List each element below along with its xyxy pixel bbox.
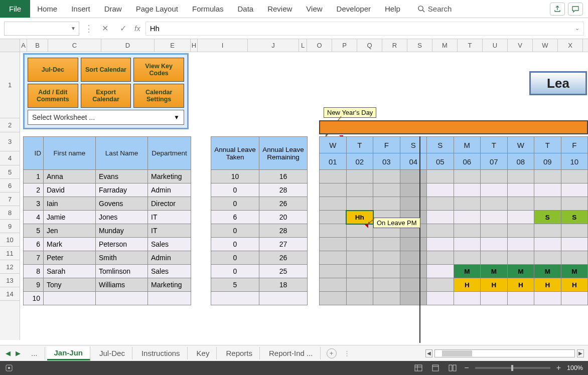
cal-cell[interactable]: M bbox=[561, 265, 588, 278]
table-row[interactable]: 028 bbox=[211, 183, 308, 197]
row-header-1[interactable]: 1 bbox=[0, 52, 20, 118]
table-row[interactable]: 6MarkPetersonSales bbox=[24, 238, 191, 251]
cal-cell[interactable] bbox=[320, 251, 347, 265]
cal-cell[interactable] bbox=[507, 197, 534, 211]
col-I[interactable]: I bbox=[198, 39, 248, 52]
cell[interactable]: Mark bbox=[44, 238, 96, 251]
th-id[interactable]: ID bbox=[24, 137, 44, 170]
table-row[interactable]: 8SarahTomlinsonSales bbox=[24, 265, 191, 278]
cal-date-header[interactable]: 10 bbox=[561, 153, 588, 170]
tab-jan-jun[interactable]: Jan-Jun bbox=[47, 346, 91, 360]
view-key-codes-button[interactable]: View Key Codes bbox=[133, 58, 184, 82]
cal-cell[interactable] bbox=[400, 265, 427, 278]
cal-day-header[interactable]: F bbox=[561, 137, 588, 153]
col-A[interactable]: A bbox=[20, 39, 27, 52]
cell[interactable]: Admin bbox=[148, 183, 191, 197]
col-C[interactable]: C bbox=[48, 39, 101, 52]
cal-date-header[interactable]: 07 bbox=[481, 153, 508, 170]
page-break-view-button[interactable] bbox=[447, 363, 458, 372]
table-row[interactable]: 027 bbox=[211, 238, 308, 251]
cal-cell[interactable] bbox=[427, 292, 454, 305]
cell[interactable]: 6 bbox=[211, 211, 259, 224]
cal-cell[interactable] bbox=[481, 251, 508, 265]
cell[interactable]: 1 bbox=[24, 170, 44, 183]
col-S[interactable]: S bbox=[407, 39, 432, 52]
ribbon-tab-pagelayout[interactable]: Page Layout bbox=[129, 0, 185, 18]
cal-cell[interactable]: S bbox=[534, 211, 561, 224]
table-row[interactable] bbox=[211, 292, 308, 305]
table-row[interactable]: 7PeterSmithAdmin bbox=[24, 251, 191, 265]
cal-cell[interactable] bbox=[507, 251, 534, 265]
row-header-11[interactable]: 11 bbox=[0, 247, 20, 260]
cell[interactable]: 8 bbox=[24, 265, 44, 278]
cal-cell[interactable] bbox=[534, 251, 561, 265]
col-U[interactable]: U bbox=[483, 39, 508, 52]
tab-reports[interactable]: Reports bbox=[219, 347, 260, 359]
col-W[interactable]: W bbox=[533, 39, 558, 52]
table-row[interactable]: 028 bbox=[211, 224, 308, 238]
cal-cell[interactable] bbox=[400, 183, 427, 197]
cal-date-header[interactable]: 03 bbox=[373, 153, 400, 170]
col-H[interactable]: H bbox=[191, 39, 198, 52]
cal-cell[interactable] bbox=[427, 278, 454, 292]
cell[interactable]: 3 bbox=[24, 197, 44, 211]
cell[interactable]: Anna bbox=[44, 170, 96, 183]
cal-cell[interactable] bbox=[427, 251, 454, 265]
name-box[interactable]: ▼ bbox=[4, 22, 79, 36]
cal-cell[interactable] bbox=[561, 238, 588, 251]
col-V[interactable]: V bbox=[508, 39, 533, 52]
cell[interactable]: 7 bbox=[24, 251, 44, 265]
cal-cell[interactable] bbox=[454, 251, 481, 265]
table-row[interactable]: 10 bbox=[24, 292, 191, 305]
cal-date-header[interactable]: 01 bbox=[320, 153, 347, 170]
cal-cell[interactable]: H bbox=[534, 278, 561, 292]
row-header-8[interactable]: 8 bbox=[0, 206, 20, 220]
tab-instructions[interactable]: Instructions bbox=[134, 347, 188, 359]
cal-cell[interactable] bbox=[481, 170, 508, 183]
cal-cell[interactable] bbox=[373, 292, 400, 305]
cal-cell[interactable] bbox=[346, 183, 373, 197]
juldec-button[interactable]: Jul-Dec bbox=[28, 58, 78, 82]
table-row[interactable]: 518 bbox=[211, 278, 308, 292]
cell[interactable]: Munday bbox=[96, 224, 148, 238]
cal-cell[interactable] bbox=[507, 238, 534, 251]
cell[interactable]: 10 bbox=[24, 292, 44, 305]
cell[interactable]: Sales bbox=[148, 238, 191, 251]
file-tab[interactable]: File bbox=[0, 0, 30, 18]
table-row[interactable]: 2DavidFarradayAdmin bbox=[24, 183, 191, 197]
cal-day-header[interactable]: T bbox=[534, 137, 561, 153]
cell[interactable]: 9 bbox=[24, 278, 44, 292]
ribbon-tab-developer[interactable]: Developer bbox=[330, 0, 378, 18]
cal-cell[interactable] bbox=[346, 197, 373, 211]
cell[interactable]: Marketing bbox=[148, 278, 191, 292]
cal-cell[interactable] bbox=[561, 183, 588, 197]
cal-cell[interactable]: M bbox=[534, 265, 561, 278]
add-edit-comments-button[interactable]: Add / Edit Comments bbox=[28, 84, 78, 108]
tab-key[interactable]: Key bbox=[190, 347, 217, 359]
cell[interactable]: David bbox=[44, 183, 96, 197]
cell[interactable] bbox=[211, 292, 259, 305]
cell[interactable]: 0 bbox=[211, 251, 259, 265]
cell[interactable]: 2 bbox=[24, 183, 44, 197]
cal-cell[interactable] bbox=[534, 183, 561, 197]
cell[interactable] bbox=[259, 292, 308, 305]
ribbon-tab-draw[interactable]: Draw bbox=[97, 0, 129, 18]
col-Q[interactable]: Q bbox=[357, 39, 382, 52]
cell[interactable]: 26 bbox=[259, 251, 308, 265]
cal-cell[interactable]: H bbox=[481, 278, 508, 292]
cal-cell[interactable] bbox=[373, 170, 400, 183]
cell[interactable] bbox=[44, 292, 96, 305]
cal-cell[interactable] bbox=[561, 292, 588, 305]
cal-cell[interactable] bbox=[454, 170, 481, 183]
col-T[interactable]: T bbox=[458, 39, 483, 52]
cal-date-header[interactable]: 06 bbox=[454, 153, 481, 170]
export-calendar-button[interactable]: Export Calendar bbox=[81, 84, 131, 108]
zoom-slider[interactable] bbox=[475, 367, 550, 369]
cal-date-header[interactable]: 09 bbox=[534, 153, 561, 170]
cell[interactable]: 0 bbox=[211, 183, 259, 197]
col-R[interactable]: R bbox=[382, 39, 407, 52]
cal-cell[interactable]: M bbox=[481, 265, 508, 278]
calendar-settings-button[interactable]: Calendar Settings bbox=[133, 84, 184, 108]
cal-cell[interactable] bbox=[346, 251, 373, 265]
cal-cell[interactable] bbox=[481, 183, 508, 197]
